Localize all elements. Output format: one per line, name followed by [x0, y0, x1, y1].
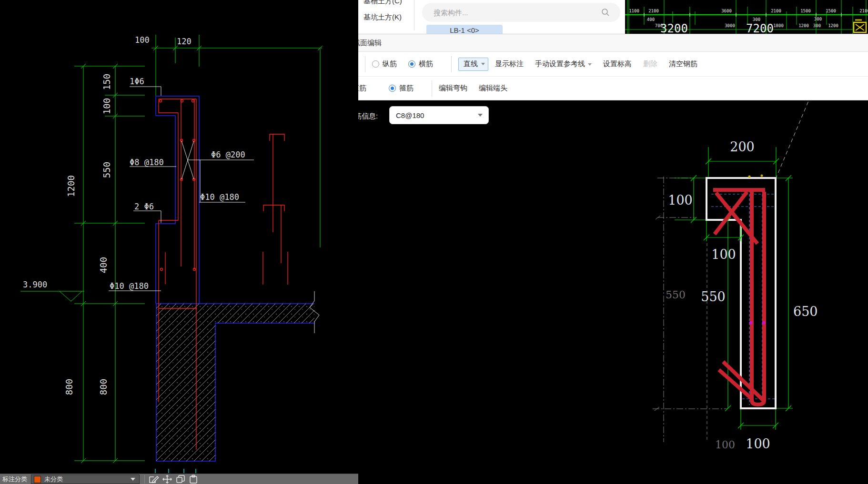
dim-100: 100 [101, 98, 112, 114]
rebar-node-magenta [762, 321, 766, 325]
panel-divider [414, 0, 414, 30]
elevation-3900: 3.900 [23, 280, 47, 289]
cad-detail-window: 100 120 1Φ6 150 100 550 400 1200 800 800… [0, 0, 359, 484]
section-edit-title-bar: 截面编辑 [358, 34, 868, 52]
rebar-node-magenta [749, 321, 753, 325]
dim-550: 550 [101, 162, 112, 178]
toolbar-divider [451, 56, 452, 72]
statusbar-divider [144, 475, 145, 484]
label-2phi6: 2 Φ6 [134, 202, 154, 211]
plan-dim: 300 [753, 17, 760, 22]
radio-off-icon [372, 60, 379, 68]
plan-dim: 2100 [859, 9, 868, 13]
show-annotation-button[interactable]: 显示标注 [495, 59, 524, 69]
edit-hook-button[interactable]: 编辑弯钩 [439, 84, 467, 93]
radio-longitudinal-rebar[interactable]: 纵筋 [372, 59, 397, 69]
panel-item-pit[interactable]: 基坑土方(K) [363, 13, 402, 22]
section-edit-toolbar-2: 直筋 箍筋 编辑弯钩 编辑端头 [358, 77, 868, 100]
plan-block-icon [854, 20, 866, 32]
category-color-swatch [34, 476, 41, 483]
dim-top-100: 100 [135, 35, 150, 45]
plan-dim: 400 [647, 17, 655, 22]
dim-400: 400 [98, 257, 109, 273]
paste-icon[interactable] [188, 474, 201, 484]
plan-view-strip: 1100 2100 3600 2100 1500 1500 2100 400 3… [625, 0, 868, 34]
plan-dim: 2100 [771, 9, 781, 13]
section-dim-stem: 550 [701, 289, 726, 304]
section-ref-width: 100 [715, 439, 735, 451]
plan-dim: 3000 [725, 23, 735, 28]
plan-dim-large: 3200 [660, 22, 688, 34]
section-dim-step: 100 [711, 247, 736, 262]
manual-reference-button[interactable]: 手动设置参考线 [535, 59, 592, 69]
construction-dashed-line [776, 100, 812, 179]
chevron-down-icon [131, 478, 135, 481]
plan-dim: 300 [814, 17, 822, 21]
clear-rebar-button[interactable]: 清空钢筋 [669, 59, 697, 69]
selected-component-chip[interactable]: LB-1 <0> [426, 25, 503, 34]
dim-800-a: 800 [64, 379, 74, 395]
label-1phi6: 1Φ6 [130, 77, 144, 86]
plan-dim: 2100 [648, 9, 659, 13]
radio-straight-label: 直筋 [358, 84, 366, 93]
line-type-button[interactable]: 直线 [458, 58, 488, 71]
panel-item-trench[interactable]: 基槽土方(C) [363, 0, 402, 6]
set-elevation-button[interactable]: 设置标高 [603, 59, 632, 69]
dim-1200: 1200 [66, 175, 76, 197]
search-icon [601, 8, 610, 19]
cad-detail-drawing: 100 120 1Φ6 150 100 550 400 1200 800 800… [0, 0, 358, 474]
label-phi8-180: Φ8 @180 [130, 158, 164, 167]
section-dim-flange: 100 [668, 193, 693, 207]
copy-icon[interactable] [175, 474, 187, 484]
plan-dim: 1200 [828, 23, 838, 28]
edit-end-button[interactable]: 编辑端头 [479, 84, 507, 93]
plan-dim: 1500 [826, 9, 836, 13]
cyan-ticks [155, 469, 196, 473]
dim-800-b: 800 [98, 379, 109, 395]
label-phi6-200: Φ6 @200 [211, 150, 245, 159]
category-value: 未分类 [44, 475, 63, 484]
dialog-title: 截面编辑 [358, 39, 382, 48]
search-input[interactable] [433, 8, 592, 17]
component-search[interactable] [422, 3, 620, 22]
plan-dim: 1800 [773, 23, 784, 28]
label-phi10-180-right: Φ10 @180 [200, 192, 239, 202]
radio-transverse-rebar[interactable]: 横筋 [408, 59, 433, 69]
toolbar-divider [365, 56, 365, 72]
plan-dim: 300 [813, 23, 821, 28]
radio-on-icon [408, 60, 415, 68]
manual-reference-label: 手动设置参考线 [535, 59, 585, 68]
plan-dim: 1500 [800, 9, 811, 13]
delete-button[interactable]: 删除 [643, 59, 657, 69]
label-phi10-180-slab: Φ10 @180 [110, 281, 149, 291]
plan-dim: 1100 [629, 9, 639, 13]
bim-application: 基槽土方(C) 基坑土方(K) LB-1 <0> [358, 0, 868, 484]
section-edit-canvas[interactable]: 箍筋信息: C8@180 [358, 100, 868, 484]
component-panel: 基槽土方(C) 基坑土方(K) LB-1 <0> [358, 0, 625, 34]
section-dim-width: 200 [730, 139, 755, 154]
radio-stirrup[interactable]: 箍筋 [389, 84, 414, 93]
plan-dim-large: 7200 [746, 22, 774, 34]
edit-annotation-icon[interactable] [148, 474, 161, 484]
category-dropdown[interactable]: 未分类 [31, 474, 140, 484]
statusbar: 标注分类 未分类 [0, 474, 358, 484]
section-edit-toolbar-1: 纵筋 横筋 直线 显示标注 手动设置参考线 设置标高 删除 清空钢筋 [358, 52, 868, 77]
plan-dim: 1200 [798, 23, 809, 28]
move-icon[interactable] [161, 474, 174, 484]
category-label: 标注分类 [2, 475, 27, 484]
section-ref-height: 550 [666, 289, 686, 301]
snap-node-yellow [748, 176, 751, 178]
radio-transverse-label: 横筋 [419, 59, 433, 69]
concrete-hatch [156, 304, 314, 461]
line-type-label: 直线 [464, 59, 478, 69]
reference-lines [653, 177, 728, 442]
screen: 100 120 1Φ6 150 100 550 400 1200 800 800… [0, 0, 868, 484]
section-dim-bottom: 100 [746, 436, 770, 451]
dim-top-120: 120 [177, 37, 192, 46]
chevron-down-icon [588, 63, 592, 66]
section-dim-height: 650 [793, 304, 818, 319]
radio-on-icon [389, 85, 396, 92]
chevron-down-icon [481, 63, 485, 65]
toolbar-divider [432, 80, 432, 97]
plan-dim: 3600 [721, 9, 732, 13]
